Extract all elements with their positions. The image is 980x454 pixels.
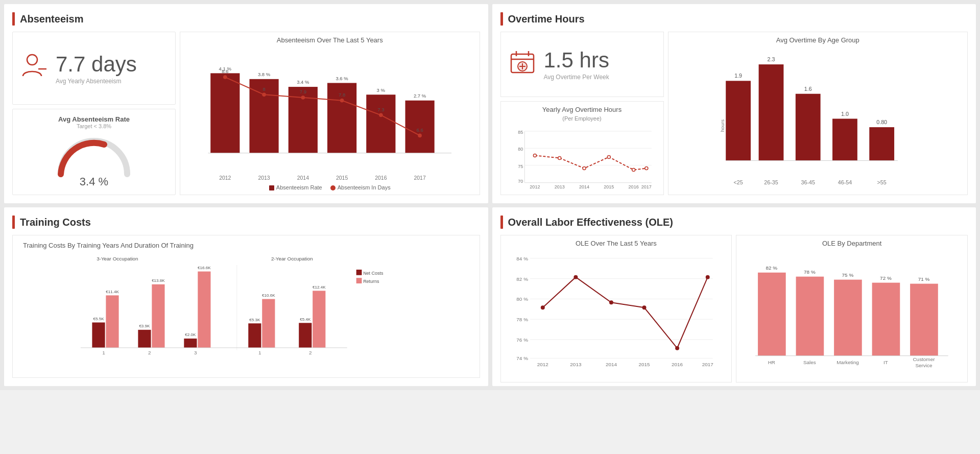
svg-text:70: 70 bbox=[518, 179, 523, 184]
svg-rect-72 bbox=[869, 127, 894, 160]
svg-rect-69 bbox=[758, 64, 783, 160]
svg-rect-140 bbox=[910, 284, 938, 356]
svg-text:2014: 2014 bbox=[605, 362, 617, 367]
svg-text:€16.6K: €16.6K bbox=[198, 266, 211, 270]
svg-text:IT: IT bbox=[883, 360, 888, 365]
absenteeism-avg-days-label: Avg Yearly Absenteeism bbox=[56, 78, 137, 85]
svg-rect-86 bbox=[106, 295, 118, 348]
svg-point-22 bbox=[223, 75, 227, 79]
svg-text:2016: 2016 bbox=[375, 175, 387, 181]
person-minus-icon bbox=[21, 53, 47, 84]
ole-line-chart-title: OLE Over The Last 5 Years bbox=[505, 240, 728, 247]
absenteeism-gauge-title: Avg Absenteeism Rate bbox=[58, 115, 130, 123]
ole-bar-chart-title: OLE By Department bbox=[740, 240, 963, 247]
overtime-line-chart: Yearly Avg Overtime Hours (Per Employee)… bbox=[500, 101, 664, 195]
svg-text:75: 75 bbox=[518, 164, 523, 169]
svg-point-27 bbox=[418, 134, 422, 138]
ole-panel: Overall Labor Effectiveness (OLE) OLE Ov… bbox=[492, 207, 976, 386]
svg-text:Customer: Customer bbox=[913, 356, 936, 362]
overtime-bar-chart: Avg Overtime By Age Group hours <25 26-3… bbox=[668, 32, 968, 195]
svg-rect-91 bbox=[152, 284, 164, 348]
svg-rect-106 bbox=[299, 323, 312, 348]
absenteeism-avg-days: 7.7 days bbox=[56, 52, 137, 77]
svg-text:3: 3 bbox=[194, 350, 197, 355]
svg-text:<25: <25 bbox=[733, 179, 743, 185]
svg-point-130 bbox=[540, 305, 544, 309]
overtime-bar-chart-title: Avg Overtime By Age Group bbox=[673, 36, 964, 44]
svg-point-56 bbox=[533, 154, 536, 157]
svg-text:3.6 %: 3.6 % bbox=[336, 76, 348, 81]
ole-line-chart: OLE Over The Last 5 Years 84 % 82 % 80 %… bbox=[500, 235, 732, 383]
svg-rect-137 bbox=[796, 277, 824, 356]
svg-text:1: 1 bbox=[258, 350, 261, 355]
svg-rect-139 bbox=[872, 283, 900, 356]
svg-point-23 bbox=[262, 93, 266, 97]
svg-text:2: 2 bbox=[148, 350, 151, 355]
svg-text:8.6: 8.6 bbox=[222, 68, 228, 74]
svg-text:1.0: 1.0 bbox=[841, 111, 848, 117]
svg-text:2013: 2013 bbox=[554, 184, 564, 189]
svg-rect-101 bbox=[248, 323, 261, 348]
svg-rect-70 bbox=[795, 94, 820, 161]
svg-text:2016: 2016 bbox=[672, 362, 683, 367]
svg-text:€12.4K: €12.4K bbox=[313, 285, 326, 290]
svg-text:2017: 2017 bbox=[414, 175, 425, 181]
svg-point-61 bbox=[644, 167, 648, 170]
svg-point-0 bbox=[27, 55, 37, 65]
svg-text:82 %: 82 % bbox=[516, 276, 528, 282]
svg-text:2: 2 bbox=[309, 350, 312, 355]
svg-text:3.8 %: 3.8 % bbox=[258, 71, 271, 77]
overtime-panel: Overtime Hours 1.5 hrs bbox=[492, 4, 976, 203]
svg-text:82 %: 82 % bbox=[766, 265, 778, 271]
svg-text:2015: 2015 bbox=[336, 175, 348, 181]
svg-point-24 bbox=[301, 95, 305, 100]
legend-rate: Absenteeism Rate bbox=[269, 184, 322, 190]
svg-text:1.6: 1.6 bbox=[804, 86, 811, 92]
absenteeism-title-text: Absenteeism bbox=[20, 13, 84, 25]
svg-text:7.9: 7.9 bbox=[300, 89, 306, 94]
svg-rect-136 bbox=[758, 273, 786, 356]
svg-point-134 bbox=[675, 346, 679, 350]
svg-point-135 bbox=[705, 275, 709, 279]
svg-text:€10.6K: €10.6K bbox=[262, 293, 275, 298]
svg-text:>55: >55 bbox=[877, 179, 886, 185]
svg-point-58 bbox=[583, 167, 586, 170]
svg-text:26-35: 26-35 bbox=[764, 179, 778, 185]
svg-rect-71 bbox=[832, 118, 857, 160]
svg-rect-81 bbox=[356, 270, 362, 275]
svg-text:€5.3K: €5.3K bbox=[249, 318, 260, 322]
svg-text:1.9: 1.9 bbox=[734, 73, 742, 79]
svg-text:Returns: Returns bbox=[363, 279, 379, 284]
svg-text:€5.5K: €5.5K bbox=[93, 317, 104, 321]
svg-text:Marketing: Marketing bbox=[836, 360, 859, 365]
svg-text:85: 85 bbox=[518, 130, 523, 135]
svg-text:3-Year Occupation: 3-Year Occupation bbox=[97, 256, 138, 261]
svg-rect-85 bbox=[92, 322, 105, 347]
svg-text:74 %: 74 % bbox=[516, 355, 528, 361]
training-chart-title: Training Costs By Training Years And Dur… bbox=[19, 242, 473, 249]
svg-text:6.6: 6.6 bbox=[416, 127, 423, 133]
svg-rect-83 bbox=[356, 278, 362, 283]
overtime-title-text: Overtime Hours bbox=[508, 13, 585, 25]
svg-text:0.80: 0.80 bbox=[876, 119, 887, 125]
svg-text:2017: 2017 bbox=[641, 184, 651, 189]
absenteeism-chart-svg: 2012 2013 2014 2015 2016 2017 4.1 % bbox=[184, 46, 475, 182]
svg-text:2016: 2016 bbox=[628, 184, 638, 189]
overtime-line-svg: 85 80 75 70 2012 2013 2014 2015 2016 bbox=[505, 124, 659, 190]
svg-point-132 bbox=[609, 300, 613, 304]
svg-rect-107 bbox=[313, 291, 325, 348]
svg-text:€13.8K: €13.8K bbox=[152, 278, 165, 283]
svg-text:7.3: 7.3 bbox=[377, 107, 384, 112]
svg-text:HR: HR bbox=[768, 360, 775, 365]
svg-rect-138 bbox=[834, 280, 862, 356]
svg-text:2012: 2012 bbox=[530, 184, 540, 189]
svg-text:2015: 2015 bbox=[638, 362, 650, 367]
dashboard: Absenteeism 7.7 days Avg Yearly Absentee… bbox=[0, 0, 980, 390]
svg-text:€2.0K: €2.0K bbox=[185, 332, 196, 337]
svg-text:3.4 %: 3.4 % bbox=[297, 79, 309, 85]
training-title: Training Costs bbox=[12, 216, 480, 229]
svg-text:8: 8 bbox=[262, 86, 265, 92]
svg-rect-95 bbox=[184, 339, 197, 348]
svg-text:2015: 2015 bbox=[604, 184, 614, 189]
svg-point-131 bbox=[573, 275, 578, 279]
